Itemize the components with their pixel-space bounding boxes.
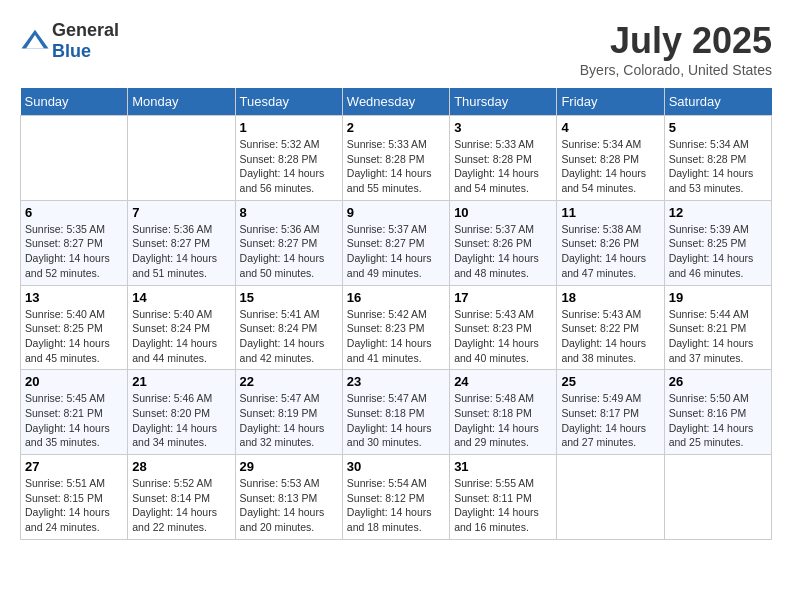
day-number: 26	[669, 374, 767, 389]
day-number: 16	[347, 290, 445, 305]
week-row-4: 20Sunrise: 5:45 AM Sunset: 8:21 PM Dayli…	[21, 370, 772, 455]
day-detail: Sunrise: 5:43 AM Sunset: 8:22 PM Dayligh…	[561, 307, 659, 366]
calendar-cell: 8Sunrise: 5:36 AM Sunset: 8:27 PM Daylig…	[235, 200, 342, 285]
day-number: 7	[132, 205, 230, 220]
day-detail: Sunrise: 5:42 AM Sunset: 8:23 PM Dayligh…	[347, 307, 445, 366]
logo-blue-text: Blue	[52, 41, 91, 61]
day-number: 10	[454, 205, 552, 220]
location: Byers, Colorado, United States	[580, 62, 772, 78]
calendar-cell: 17Sunrise: 5:43 AM Sunset: 8:23 PM Dayli…	[450, 285, 557, 370]
calendar-cell: 13Sunrise: 5:40 AM Sunset: 8:25 PM Dayli…	[21, 285, 128, 370]
day-detail: Sunrise: 5:51 AM Sunset: 8:15 PM Dayligh…	[25, 476, 123, 535]
calendar-cell: 25Sunrise: 5:49 AM Sunset: 8:17 PM Dayli…	[557, 370, 664, 455]
calendar-cell: 29Sunrise: 5:53 AM Sunset: 8:13 PM Dayli…	[235, 455, 342, 540]
calendar-table: SundayMondayTuesdayWednesdayThursdayFrid…	[20, 88, 772, 540]
day-detail: Sunrise: 5:48 AM Sunset: 8:18 PM Dayligh…	[454, 391, 552, 450]
day-detail: Sunrise: 5:34 AM Sunset: 8:28 PM Dayligh…	[561, 137, 659, 196]
day-number: 12	[669, 205, 767, 220]
calendar-cell: 7Sunrise: 5:36 AM Sunset: 8:27 PM Daylig…	[128, 200, 235, 285]
day-detail: Sunrise: 5:39 AM Sunset: 8:25 PM Dayligh…	[669, 222, 767, 281]
logo-general-text: General	[52, 20, 119, 40]
day-number: 19	[669, 290, 767, 305]
day-number: 3	[454, 120, 552, 135]
day-detail: Sunrise: 5:43 AM Sunset: 8:23 PM Dayligh…	[454, 307, 552, 366]
day-detail: Sunrise: 5:40 AM Sunset: 8:24 PM Dayligh…	[132, 307, 230, 366]
day-header-monday: Monday	[128, 88, 235, 116]
calendar-cell: 30Sunrise: 5:54 AM Sunset: 8:12 PM Dayli…	[342, 455, 449, 540]
day-header-wednesday: Wednesday	[342, 88, 449, 116]
day-detail: Sunrise: 5:37 AM Sunset: 8:26 PM Dayligh…	[454, 222, 552, 281]
day-detail: Sunrise: 5:52 AM Sunset: 8:14 PM Dayligh…	[132, 476, 230, 535]
day-detail: Sunrise: 5:44 AM Sunset: 8:21 PM Dayligh…	[669, 307, 767, 366]
calendar-cell	[664, 455, 771, 540]
calendar-cell: 28Sunrise: 5:52 AM Sunset: 8:14 PM Dayli…	[128, 455, 235, 540]
day-number: 5	[669, 120, 767, 135]
logo-icon	[20, 26, 50, 56]
day-detail: Sunrise: 5:33 AM Sunset: 8:28 PM Dayligh…	[454, 137, 552, 196]
day-header-friday: Friday	[557, 88, 664, 116]
calendar-cell: 12Sunrise: 5:39 AM Sunset: 8:25 PM Dayli…	[664, 200, 771, 285]
day-number: 17	[454, 290, 552, 305]
calendar-cell: 3Sunrise: 5:33 AM Sunset: 8:28 PM Daylig…	[450, 116, 557, 201]
day-detail: Sunrise: 5:34 AM Sunset: 8:28 PM Dayligh…	[669, 137, 767, 196]
calendar-cell: 10Sunrise: 5:37 AM Sunset: 8:26 PM Dayli…	[450, 200, 557, 285]
day-number: 24	[454, 374, 552, 389]
day-detail: Sunrise: 5:49 AM Sunset: 8:17 PM Dayligh…	[561, 391, 659, 450]
day-detail: Sunrise: 5:35 AM Sunset: 8:27 PM Dayligh…	[25, 222, 123, 281]
day-detail: Sunrise: 5:46 AM Sunset: 8:20 PM Dayligh…	[132, 391, 230, 450]
day-detail: Sunrise: 5:32 AM Sunset: 8:28 PM Dayligh…	[240, 137, 338, 196]
calendar-cell: 11Sunrise: 5:38 AM Sunset: 8:26 PM Dayli…	[557, 200, 664, 285]
day-detail: Sunrise: 5:53 AM Sunset: 8:13 PM Dayligh…	[240, 476, 338, 535]
calendar-cell: 16Sunrise: 5:42 AM Sunset: 8:23 PM Dayli…	[342, 285, 449, 370]
calendar-cell: 15Sunrise: 5:41 AM Sunset: 8:24 PM Dayli…	[235, 285, 342, 370]
day-detail: Sunrise: 5:47 AM Sunset: 8:18 PM Dayligh…	[347, 391, 445, 450]
day-header-thursday: Thursday	[450, 88, 557, 116]
calendar-cell: 6Sunrise: 5:35 AM Sunset: 8:27 PM Daylig…	[21, 200, 128, 285]
calendar-cell: 14Sunrise: 5:40 AM Sunset: 8:24 PM Dayli…	[128, 285, 235, 370]
day-number: 1	[240, 120, 338, 135]
header-row: SundayMondayTuesdayWednesdayThursdayFrid…	[21, 88, 772, 116]
day-number: 2	[347, 120, 445, 135]
day-number: 20	[25, 374, 123, 389]
page-header: General Blue July 2025 Byers, Colorado, …	[20, 20, 772, 78]
calendar-cell: 27Sunrise: 5:51 AM Sunset: 8:15 PM Dayli…	[21, 455, 128, 540]
day-number: 30	[347, 459, 445, 474]
day-number: 31	[454, 459, 552, 474]
calendar-cell	[557, 455, 664, 540]
calendar-cell: 31Sunrise: 5:55 AM Sunset: 8:11 PM Dayli…	[450, 455, 557, 540]
day-number: 29	[240, 459, 338, 474]
day-number: 11	[561, 205, 659, 220]
day-detail: Sunrise: 5:47 AM Sunset: 8:19 PM Dayligh…	[240, 391, 338, 450]
calendar-cell: 18Sunrise: 5:43 AM Sunset: 8:22 PM Dayli…	[557, 285, 664, 370]
day-detail: Sunrise: 5:50 AM Sunset: 8:16 PM Dayligh…	[669, 391, 767, 450]
day-number: 27	[25, 459, 123, 474]
day-number: 14	[132, 290, 230, 305]
day-detail: Sunrise: 5:54 AM Sunset: 8:12 PM Dayligh…	[347, 476, 445, 535]
day-detail: Sunrise: 5:36 AM Sunset: 8:27 PM Dayligh…	[132, 222, 230, 281]
calendar-cell: 23Sunrise: 5:47 AM Sunset: 8:18 PM Dayli…	[342, 370, 449, 455]
month-year: July 2025	[580, 20, 772, 62]
calendar-cell: 20Sunrise: 5:45 AM Sunset: 8:21 PM Dayli…	[21, 370, 128, 455]
calendar-cell: 2Sunrise: 5:33 AM Sunset: 8:28 PM Daylig…	[342, 116, 449, 201]
calendar-cell: 22Sunrise: 5:47 AM Sunset: 8:19 PM Dayli…	[235, 370, 342, 455]
day-number: 21	[132, 374, 230, 389]
week-row-2: 6Sunrise: 5:35 AM Sunset: 8:27 PM Daylig…	[21, 200, 772, 285]
day-detail: Sunrise: 5:33 AM Sunset: 8:28 PM Dayligh…	[347, 137, 445, 196]
calendar-cell	[21, 116, 128, 201]
day-number: 9	[347, 205, 445, 220]
day-header-saturday: Saturday	[664, 88, 771, 116]
calendar-cell: 24Sunrise: 5:48 AM Sunset: 8:18 PM Dayli…	[450, 370, 557, 455]
day-detail: Sunrise: 5:36 AM Sunset: 8:27 PM Dayligh…	[240, 222, 338, 281]
calendar-cell: 1Sunrise: 5:32 AM Sunset: 8:28 PM Daylig…	[235, 116, 342, 201]
calendar-cell	[128, 116, 235, 201]
week-row-1: 1Sunrise: 5:32 AM Sunset: 8:28 PM Daylig…	[21, 116, 772, 201]
day-detail: Sunrise: 5:55 AM Sunset: 8:11 PM Dayligh…	[454, 476, 552, 535]
week-row-5: 27Sunrise: 5:51 AM Sunset: 8:15 PM Dayli…	[21, 455, 772, 540]
day-number: 25	[561, 374, 659, 389]
day-number: 18	[561, 290, 659, 305]
calendar-cell: 5Sunrise: 5:34 AM Sunset: 8:28 PM Daylig…	[664, 116, 771, 201]
calendar-cell: 21Sunrise: 5:46 AM Sunset: 8:20 PM Dayli…	[128, 370, 235, 455]
day-detail: Sunrise: 5:41 AM Sunset: 8:24 PM Dayligh…	[240, 307, 338, 366]
day-header-tuesday: Tuesday	[235, 88, 342, 116]
day-number: 13	[25, 290, 123, 305]
